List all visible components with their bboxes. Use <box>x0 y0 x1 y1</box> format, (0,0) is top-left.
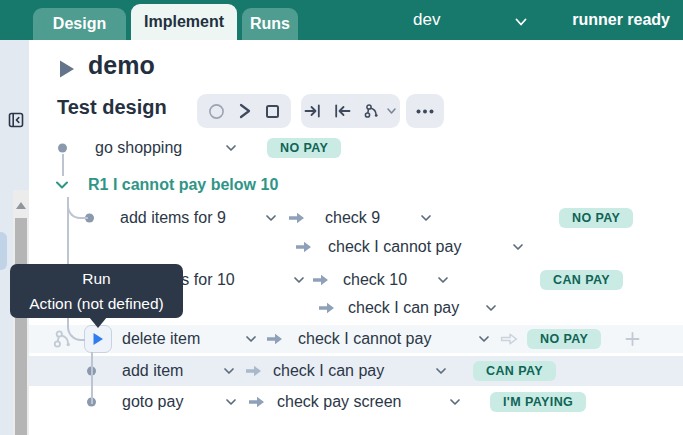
check-arrow-icon <box>266 333 283 346</box>
state-badge: CAN PAY <box>540 270 623 290</box>
tab-implement[interactable]: Implement <box>131 4 237 40</box>
check-arrow-icon <box>295 241 312 254</box>
group-label[interactable]: R1 I cannot pay below 10 <box>88 176 278 194</box>
tree-row[interactable]: goto pay check pay screen I'M PAYING <box>29 388 683 416</box>
run-controls-group <box>197 94 291 128</box>
section-title: Test design <box>57 96 167 119</box>
chevron-down-icon[interactable] <box>485 304 497 312</box>
runner-status-label: runner ready <box>572 11 670 29</box>
chevron-down-icon[interactable] <box>435 367 447 375</box>
chevron-down-icon[interactable] <box>512 243 524 251</box>
scroll-up-icon[interactable] <box>16 202 26 209</box>
state-badge: NO PAY <box>527 329 601 349</box>
panel-drag-handle[interactable] <box>0 232 7 270</box>
chevron-down-icon[interactable] <box>225 398 237 406</box>
tab-runs-label: Runs <box>250 15 290 33</box>
check-arrow-icon <box>288 212 305 225</box>
environment-label: dev <box>413 10 440 30</box>
tab-runs[interactable]: Runs <box>242 8 298 40</box>
collapse-panel-icon[interactable] <box>8 112 24 128</box>
tree-row[interactable]: add items for 9 check 9 NO PAY <box>29 204 683 232</box>
more-icon[interactable] <box>416 109 434 114</box>
app-window: Design Implement Runs dev runner ready <box>0 0 683 435</box>
chevron-down-icon[interactable] <box>225 144 237 152</box>
check-label[interactable]: check pay screen <box>277 393 402 411</box>
tab-design-label: Design <box>53 15 106 33</box>
tree-row[interactable]: go shopping NO PAY <box>29 134 683 162</box>
chevron-down-icon[interactable] <box>265 214 277 222</box>
step-label[interactable]: add items for 9 <box>120 209 226 227</box>
check-arrow-icon <box>312 274 329 287</box>
record-icon[interactable] <box>208 103 225 120</box>
tree-group-row[interactable]: R1 I cannot pay below 10 <box>29 171 683 199</box>
model-play-icon <box>58 59 76 83</box>
tree-connector <box>62 154 64 176</box>
chevron-down-icon[interactable] <box>514 13 528 31</box>
step-label[interactable]: add item <box>122 362 183 380</box>
state-badge: NO PAY <box>267 138 341 158</box>
chevron-down-icon[interactable] <box>55 181 69 190</box>
check-label[interactable]: check I can pay <box>348 299 459 317</box>
step-label[interactable]: goto pay <box>122 393 183 411</box>
step-controls-group <box>301 94 400 128</box>
environment-selector[interactable]: dev <box>413 0 440 40</box>
tab-design[interactable]: Design <box>33 8 126 40</box>
step-bullet-icon <box>58 144 67 153</box>
chevron-down-icon[interactable] <box>223 367 235 375</box>
run-step-button[interactable] <box>84 325 112 353</box>
state-badge: CAN PAY <box>473 361 556 381</box>
tab-implement-label: Implement <box>144 13 224 31</box>
page-title: demo <box>88 51 155 80</box>
check-label[interactable]: check I cannot pay <box>328 238 461 256</box>
top-navigation-bar: Design Implement Runs dev runner ready <box>0 0 683 40</box>
check-label[interactable]: check I cannot pay <box>298 330 431 348</box>
state-badge: NO PAY <box>559 208 633 228</box>
check-arrow-icon <box>318 302 335 315</box>
check-label[interactable]: check 10 <box>343 271 407 289</box>
tree-row[interactable]: delete item check I cannot pay NO PAY <box>29 325 683 353</box>
tree-subcheck-row[interactable]: check I cannot pay <box>29 233 683 261</box>
check-label[interactable]: check 9 <box>325 209 380 227</box>
chevron-down-icon[interactable] <box>478 335 490 343</box>
check-arrow-icon <box>248 396 265 409</box>
add-check-arrow-icon[interactable] <box>500 332 518 346</box>
run-to-start-icon[interactable] <box>334 103 351 119</box>
chevron-down-icon[interactable] <box>245 335 257 343</box>
chevron-down-icon[interactable] <box>449 398 461 406</box>
plus-icon[interactable] <box>625 332 640 347</box>
chevron-down-icon[interactable] <box>437 276 449 284</box>
step-label[interactable]: go shopping <box>95 139 182 157</box>
chevron-down-icon[interactable] <box>386 107 397 115</box>
branch-icon[interactable] <box>364 103 380 119</box>
run-to-end-icon[interactable] <box>304 103 321 119</box>
check-label[interactable]: check I can pay <box>273 362 384 380</box>
runner-status: runner ready <box>572 0 670 40</box>
chevron-down-icon[interactable] <box>420 214 432 222</box>
stop-icon[interactable] <box>265 104 280 119</box>
state-badge: I'M PAYING <box>490 392 586 412</box>
run-icon[interactable] <box>238 103 252 119</box>
tooltip-title: Run <box>82 266 110 291</box>
left-sidebar <box>0 40 29 435</box>
tree-connector <box>91 352 93 404</box>
check-arrow-icon <box>245 365 262 378</box>
chevron-down-icon[interactable] <box>293 276 305 284</box>
scrollbar-thumb[interactable] <box>15 218 27 435</box>
tooltip-subtitle: Action (not defined) <box>29 291 163 316</box>
tooltip: Run Action (not defined) <box>10 264 183 318</box>
tree-row[interactable]: add item check I can pay CAN PAY <box>29 356 683 386</box>
more-group <box>406 94 444 128</box>
step-label[interactable]: delete item <box>122 330 200 348</box>
